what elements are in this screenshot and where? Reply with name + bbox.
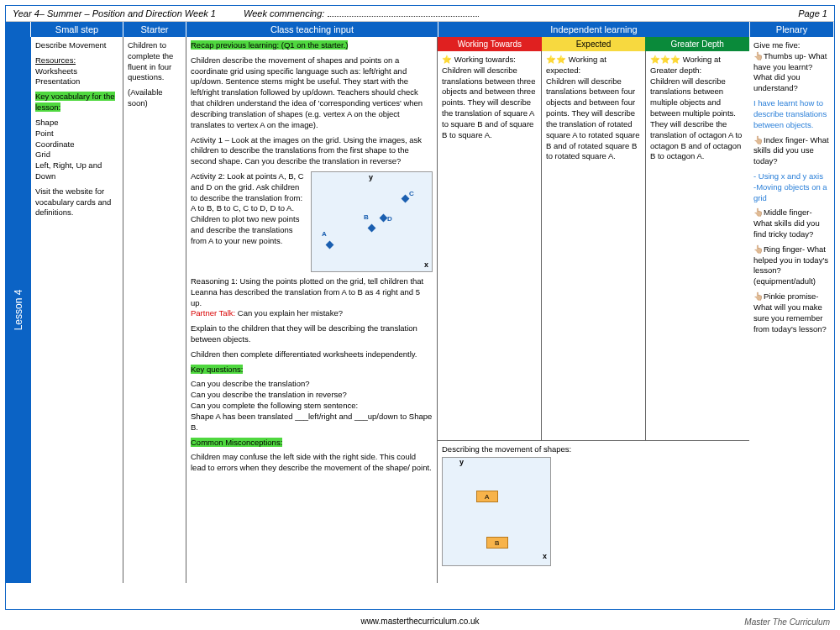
col-smallstep: Describe Movement Resources:Worksheets P… (31, 37, 123, 583)
key-questions-heading: Key questions: (191, 365, 243, 374)
h-expected: Expected (542, 37, 646, 51)
indep-subheaders: Working Towards Expected Greater Depth (438, 37, 749, 51)
col-independent: Working Towards Expected Greater Depth ⭐… (438, 37, 749, 583)
indep-exp: ⭐⭐ Working at expected: Children will de… (542, 51, 646, 440)
col-starter: Children to complete the fluent in four … (123, 37, 186, 583)
gd-body: Children will describe translations betw… (650, 76, 745, 163)
recap-heading: Recap previous learning: (Q1 on the star… (191, 40, 348, 50)
plan-body: Lesson 4 Describe Movement Resources:Wor… (6, 37, 834, 583)
plen-index: 👆🏼Index finger- What skills did you use … (753, 135, 830, 167)
plen-thumbs: Give me five: 👆🏼Thumbs up- What have you… (753, 40, 830, 94)
activity1: Activity 1 – Look at the images on the g… (191, 135, 433, 167)
starter-avail: (Available soon) (128, 87, 181, 109)
foot-label: Describing the movement of shapes: (442, 444, 571, 454)
indep-wt: ⭐ Working towards: Children will describ… (438, 51, 542, 440)
plen-middle: 👆🏼Middle finger- What skills did you fin… (753, 207, 830, 239)
h-indep: Independent learning (438, 22, 750, 37)
h-plenary: Plenary (750, 22, 834, 37)
footer-logo: Master The Curriculum (744, 617, 830, 627)
exp-body: Children will describe translations betw… (546, 76, 641, 163)
h-greater-depth: Greater Depth (645, 37, 749, 51)
misconceptions-heading: Common Misconceptions: (191, 438, 282, 447)
page-number: Page 1 (798, 8, 827, 18)
indep-footer: Describing the movement of shapes: y x A… (438, 440, 749, 583)
coordinate-grid-image: y x A B C D (311, 171, 433, 272)
partner-talk-label: Partner Talk: (191, 308, 235, 318)
plen-pinkie: 👆🏼Pinkie promise- What will you make sur… (753, 291, 830, 334)
star-icon: ⭐⭐⭐ (650, 55, 680, 64)
lesson-side-tab: Lesson 4 (6, 37, 31, 583)
column-headers: Small step Starter Class teaching input … (6, 22, 834, 37)
unit-title: Year 4– Summer – Position and Direction … (13, 8, 216, 18)
col-class-input: Recap previous learning: (Q1 on the star… (186, 37, 438, 583)
top-bar: Year 4– Summer – Position and Direction … (6, 6, 834, 22)
h-working-towards: Working Towards (438, 37, 542, 51)
h-starter: Starter (123, 22, 186, 37)
explain: Explain to the children that they will b… (191, 323, 433, 345)
reasoning1: Reasoning 1: Using the points plotted on… (191, 276, 423, 307)
star-icon: ⭐⭐ (546, 55, 566, 64)
week-commencing-label: Week commencing: (244, 8, 324, 18)
footer-url: www.masterthecurriculum.co.uk (0, 615, 840, 626)
misconceptions: Children may confuse the left side with … (191, 452, 433, 474)
resources-list: Worksheets Presentation (35, 66, 80, 87)
plen-skills: - Using x and y axis -Moving objects on … (753, 171, 830, 203)
wt-body: Children will describe translations betw… (442, 66, 537, 141)
starter-text: Children to complete the fluent in four … (128, 40, 181, 83)
key-questions: Can you describe the translation? Can yo… (191, 379, 433, 433)
shapes-grid-image: y x A B (442, 457, 551, 566)
week-commencing-blank (328, 16, 479, 17)
star-icon: ⭐ (442, 55, 452, 64)
plen-learnt: I have learnt how to describe translatio… (753, 98, 830, 130)
h-smallstep: Small step (31, 22, 123, 37)
col-plenary: Give me five: 👆🏼Thumbs up- What have you… (749, 37, 834, 583)
partner-talk-q: Can you explain her mistake? (235, 308, 343, 318)
indep-gd: ⭐⭐⭐ Working at Greater depth: Children w… (646, 51, 749, 440)
visit-website: Visit the website for vocabulary cards a… (35, 186, 118, 218)
resources-heading: Resources: (35, 55, 76, 65)
lesson-plan-page: Year 4– Summer – Position and Direction … (5, 5, 835, 610)
h-class: Class teaching input (186, 22, 438, 37)
key-vocab-heading: Key vocabulary for the lesson: (35, 92, 115, 112)
step-title: Describe Movement (35, 40, 118, 51)
diff-worksheets: Children then complete differentiated wo… (191, 349, 433, 360)
class-p1: Children describe the movement of shapes… (191, 55, 433, 131)
plen-ring: 👆🏼Ring finger- What helped you in today'… (753, 244, 830, 287)
key-vocab-list: Shape Point Coordinate Grid Left, Right,… (35, 118, 118, 182)
